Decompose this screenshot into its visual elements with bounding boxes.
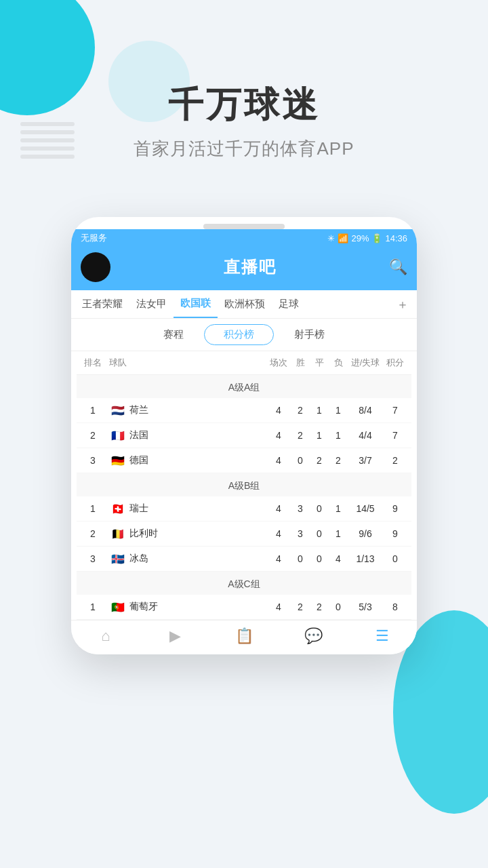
table-row[interactable]: 1 🇵🇹葡萄牙 4 2 2 0 5/3 8	[77, 595, 411, 620]
flag-iceland: 🇮🇸	[109, 553, 127, 565]
nav-tabs: 王者荣耀 法女甲 欧国联 欧洲杯预 足球 ＋	[71, 290, 417, 319]
group-header-a: A级A组	[77, 375, 411, 398]
subnav-topscorer[interactable]: 射手榜	[274, 324, 345, 345]
battery-icon: 🔋	[371, 233, 382, 243]
wifi-icon: 📶	[338, 233, 348, 243]
group-header-b: A级B组	[77, 473, 411, 496]
flag-france: 🇫🇷	[109, 429, 127, 441]
bottom-nav-news[interactable]: 📋	[209, 627, 279, 646]
table-row[interactable]: 3 🇩🇪德国 4 0 2 2 3/7 2	[77, 448, 411, 473]
home-icon: ⌂	[101, 627, 110, 645]
phone-mockup: 无服务 ✳ 📶 29% 🔋 14:36 直播吧 🔍 王者荣耀 法女甲 欧国联 欧…	[71, 217, 417, 654]
tab-ouguolian[interactable]: 欧国联	[174, 290, 218, 318]
bluetooth-icon: ✳	[327, 233, 335, 243]
page-header: 千万球迷 首家月活过千万的体育APP	[0, 0, 488, 161]
table-row[interactable]: 1 🇨🇭瑞士 4 3 0 1 14/5 9	[77, 496, 411, 521]
page-subtitle: 首家月活过千万的体育APP	[0, 137, 488, 161]
bottom-nav-live[interactable]: ▶	[140, 627, 209, 646]
phone-notch	[203, 224, 285, 229]
page-title: 千万球迷	[0, 81, 488, 129]
flag-portugal: 🇵🇹	[109, 601, 127, 613]
bottom-nav-comment[interactable]: 💬	[279, 627, 348, 646]
status-bar: 无服务 ✳ 📶 29% 🔋 14:36	[71, 229, 417, 247]
search-icon[interactable]: 🔍	[389, 258, 407, 276]
flag-germany: 🇩🇪	[109, 454, 127, 467]
standings-table: 排名 球队 场次 胜 平 负 进/失球 积分 A级A组 1 🇳🇱荷兰 4 2 1…	[71, 351, 417, 620]
tab-ouzhoubei[interactable]: 欧洲杯预	[218, 291, 272, 317]
col-header-win: 胜	[291, 357, 310, 369]
bottom-nav-home[interactable]: ⌂	[71, 627, 140, 646]
group-header-c: A级C组	[77, 572, 411, 595]
app-logo[interactable]	[81, 252, 110, 282]
bottom-nav-more[interactable]: ☰	[348, 627, 417, 646]
col-header-pts: 积分	[383, 357, 407, 369]
flag-switzerland: 🇨🇭	[109, 502, 127, 515]
subnav-schedule[interactable]: 赛程	[143, 324, 204, 345]
bottom-nav: ⌂ ▶ 📋 💬 ☰	[71, 620, 417, 654]
play-icon: ▶	[169, 627, 181, 645]
col-header-draw: 平	[310, 357, 329, 369]
table-row[interactable]: 1 🇳🇱荷兰 4 2 1 1 8/4 7	[77, 398, 411, 423]
table-header-row: 排名 球队 场次 胜 平 负 进/失球 积分	[77, 351, 411, 375]
flag-netherlands: 🇳🇱	[109, 404, 127, 416]
table-row[interactable]: 2 🇫🇷法国 4 2 1 1 4/4 7	[77, 423, 411, 448]
nav-add-icon[interactable]: ＋	[392, 296, 413, 313]
comment-icon: 💬	[304, 627, 323, 645]
status-right: ✳ 📶 29% 🔋 14:36	[327, 233, 407, 243]
flag-belgium: 🇧🇪	[109, 528, 127, 540]
status-time: 14:36	[385, 233, 407, 243]
col-header-lose: 负	[329, 357, 348, 369]
status-no-service: 无服务	[81, 232, 107, 244]
app-title: 直播吧	[224, 256, 277, 278]
subnav-standings[interactable]: 积分榜	[204, 324, 274, 345]
tab-wangzhe[interactable]: 王者荣耀	[75, 291, 129, 317]
col-header-played: 场次	[266, 357, 291, 369]
news-icon: 📋	[235, 627, 253, 645]
sub-nav: 赛程 积分榜 射手榜	[71, 319, 417, 351]
battery-level: 29%	[351, 233, 369, 243]
app-header: 直播吧 🔍	[71, 247, 417, 290]
col-header-team: 球队	[105, 357, 266, 369]
col-header-rank: 排名	[81, 357, 105, 369]
table-row[interactable]: 2 🇧🇪比利时 4 3 0 1 9/6 9	[77, 521, 411, 547]
col-header-gd: 进/失球	[348, 357, 383, 369]
menu-icon: ☰	[375, 627, 389, 645]
table-row[interactable]: 3 🇮🇸冰岛 4 0 0 4 1/13 0	[77, 547, 411, 572]
tab-zuqiu[interactable]: 足球	[272, 291, 306, 317]
tab-fanvjia[interactable]: 法女甲	[129, 291, 174, 317]
